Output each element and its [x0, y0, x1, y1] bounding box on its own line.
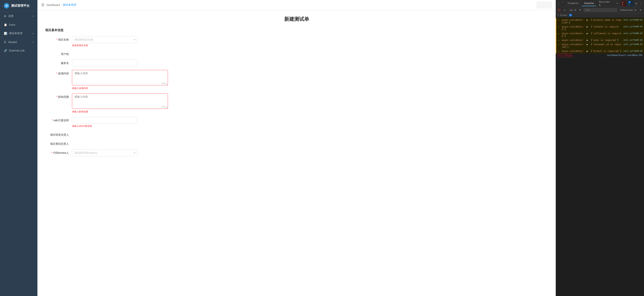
content-count: 0/30 [162, 82, 166, 85]
section-title: 项目基本信息 [45, 28, 548, 32]
info-count-badge: 🔵 1 [627, 1, 634, 6]
control-wiki: 请输入wiki方案说明 [72, 117, 168, 128]
influence-count: 0/30 [162, 105, 166, 108]
form-row-user-group: 用户组 [45, 51, 548, 56]
file-link[interactable]: util.js?fa49:14 [624, 39, 642, 41]
console-line: ⚠ async-validator: ▶ ['wiki is required'… [556, 38, 644, 43]
select-wrapper-reviewer: 请选择代码review人 [72, 149, 137, 156]
service-name-input[interactable] [72, 60, 137, 67]
error-wiki: 请输入wiki方案说明 [72, 124, 168, 128]
control-influence: 0/30 请输入影响范围 [72, 93, 168, 113]
wiki-input[interactable] [72, 117, 137, 124]
label-service-name: 服务名 [49, 60, 72, 65]
settings-gear-icon[interactable]: ⚙ [639, 8, 642, 12]
form-row-content: 提测内容 0/30 请输入体测内容 [45, 70, 548, 90]
textarea-wrapper-content: 0/30 [72, 70, 168, 86]
breadcrumb-home[interactable]: Dashboard [47, 4, 60, 7]
chevron-down-icon: ▾ [32, 32, 34, 35]
levels-select[interactable]: Default levels [618, 8, 637, 12]
content-textarea[interactable] [72, 70, 168, 85]
issues-label: 1 Issue: [558, 14, 568, 16]
warning-icon: ⚠ [558, 19, 560, 21]
filter-icon[interactable]: ⊘ [563, 8, 566, 12]
form-row-reviewer: 代码review人 请选择代码review人 [45, 149, 548, 156]
form-row-project-name: 项目名称 请选择项目名称 请选择项目名称 [45, 36, 548, 47]
control-project-name: 请选择项目名称 请选择项目名称 [72, 36, 168, 47]
sidebar-item-nested[interactable]: ☰ Nested ▾ [0, 38, 38, 46]
label-test-owner: 项目测试负责人 [49, 140, 72, 146]
eye-icon[interactable]: 👁 [578, 8, 582, 12]
tab-more[interactable]: » [614, 1, 620, 6]
console-text: async-validator: ▶ ['wiki is required'] [562, 39, 622, 42]
form-row-wiki: wiki方案说明 请输入wiki方案说明 [45, 117, 548, 128]
devtools-tab-bar: ⬚ 📱 Elements Console Recorder ▲ » ▲ 6 🔵 … [556, 0, 644, 7]
console-line: ⚠ async-validator: ▶ ['branch is require… [556, 49, 644, 53]
reviewer-select[interactable]: 请选择代码review人 [72, 149, 137, 156]
topbar: ☰ Dashboard / 测试单管理 [38, 0, 556, 10]
select-wrapper-project: 请选择项目名称 [72, 36, 137, 43]
devtools-panel: ⬚ 📱 Elements Console Recorder ▲ » ▲ 6 🔵 … [556, 0, 644, 296]
error-count-badge: ▲ 6 [621, 1, 626, 6]
test-manage-icon: 📊 [4, 32, 7, 35]
clear-console-icon[interactable]: 🚫 [557, 8, 561, 12]
form-icon: 📋 [4, 23, 7, 26]
console-prompt: › [556, 58, 644, 62]
tab-elements[interactable]: Elements [565, 1, 581, 6]
tab-recorder[interactable]: Recorder ▲ [597, 0, 613, 8]
sidebar-item-external-link[interactable]: 🔗 External Link [0, 46, 38, 55]
topbar-right-area [536, 2, 552, 9]
logo-title: 测试管理平台 [11, 4, 30, 8]
warning-icon: ⚠ [558, 39, 560, 42]
console-text: async-validator: ▶ ['branch is required'… [562, 50, 622, 53]
breadcrumb: Dashboard / 测试单管理 [47, 3, 76, 7]
chevron-down-icon: ▾ [32, 41, 34, 43]
influence-textarea[interactable] [72, 93, 168, 109]
file-link[interactable]: testSheetInsert.vue?082a:255 [607, 54, 642, 57]
context-select[interactable]: top [568, 8, 577, 12]
settings-icon: ⚙ [4, 15, 6, 18]
console-line: ⚠ async-validator: ▶ ['reviewer_id is re… [556, 43, 644, 49]
file-link[interactable]: util.js?fa49:14 [624, 32, 642, 35]
console-line: ⚠ async-validator: ▶ ['project_name is r… [556, 18, 644, 25]
devtools-more-icon[interactable]: ⋮ [639, 1, 642, 6]
file-link[interactable]: util.js?fa49:14 [624, 43, 642, 46]
label-influence: 影响范围 [49, 93, 72, 99]
file-link[interactable]: util.js?fa49:14 [624, 25, 642, 28]
project-name-select[interactable]: 请选择项目名称 [72, 36, 137, 43]
label-wiki: wiki方案说明 [49, 117, 72, 122]
file-link[interactable]: util.js?fa49:14 [624, 50, 642, 52]
warning-icon: ⚠ [558, 43, 560, 46]
file-link[interactable]: util.js?fa49:14 [624, 19, 642, 21]
devtools-icons-group: ▲ 6 🔵 1 ⚙ ⋮ [621, 1, 642, 6]
breadcrumb-current[interactable]: 测试单管理 [63, 3, 76, 7]
console-line: ⚠ async-validator: ▶ ['content is requir… [556, 25, 644, 32]
tab-console[interactable]: Console [582, 1, 596, 6]
control-content: 0/30 请输入体测内容 [72, 70, 168, 90]
devtools-device-icon[interactable]: 📱 [561, 2, 564, 5]
devtools-issues-bar: 1 Issue: 1 [556, 13, 644, 17]
sidebar: ⚙ 测试管理平台 ⚙ 设置 ▾ 📋 Form 📊 测试单管理 ▾ ☰ Neste… [0, 0, 38, 296]
form-row-service-name: 服务名 [45, 60, 548, 67]
warning-icon: ⚠ [558, 25, 560, 28]
warning-icon: ⚠ [558, 50, 560, 53]
sidebar-item-settings[interactable]: ⚙ 设置 ▾ [0, 12, 38, 21]
warning-icon: ⚠ [558, 32, 560, 35]
error-content: 请输入体测内容 [72, 87, 168, 90]
main-area: ☰ Dashboard / 测试单管理 新建测试单 项目基本信息 项目名称 请选… [38, 0, 556, 296]
devtools-settings-icon[interactable]: ⚙ [635, 1, 638, 6]
devtools-toolbar: 🚫 ⊘ top 👁 Default levels ⚙ [556, 7, 644, 13]
page-title: 新建测试单 [45, 16, 548, 23]
form-row-dev-owner: 项目研发负责人 [45, 131, 548, 137]
devtools-inspect-icon[interactable]: ⬚ [557, 2, 560, 5]
console-text: async-validator: ▶ ['influence is requir… [562, 32, 622, 38]
sidebar-item-test-manage[interactable]: 📊 测试单管理 ▾ [0, 29, 38, 38]
hamburger-icon[interactable]: ☰ [41, 3, 44, 7]
label-dev-owner: 项目研发负责人 [49, 131, 72, 137]
err-false-badge: err:false [557, 54, 572, 57]
sidebar-item-form[interactable]: 📋 Form [0, 21, 38, 29]
control-service-name [72, 60, 168, 67]
error-project-name: 请选择项目名称 [72, 44, 168, 47]
filter-input[interactable] [584, 8, 617, 12]
devtools-console: ⚠ async-validator: ▶ ['project_name is r… [556, 17, 644, 296]
prompt-arrow: › [557, 58, 558, 61]
